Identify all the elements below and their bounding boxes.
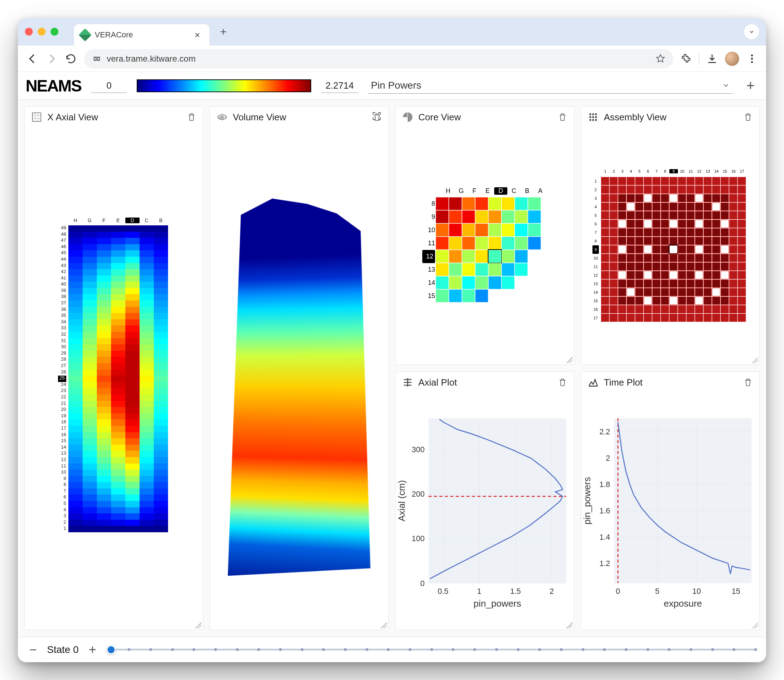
svg-text:pin_powers: pin_powers — [582, 477, 592, 525]
slider-ticks — [107, 648, 757, 651]
state-prev-button[interactable]: − — [27, 642, 39, 657]
bookmark-star-icon[interactable] — [655, 54, 666, 64]
window-close-button[interactable] — [25, 28, 33, 36]
forward-button[interactable] — [46, 53, 58, 65]
window-maximize-button[interactable] — [50, 28, 58, 36]
slider-thumb[interactable] — [107, 645, 116, 654]
remove-panel-button[interactable] — [743, 112, 753, 122]
colorbar[interactable] — [137, 79, 311, 92]
panel-header: Time Plot — [581, 372, 759, 393]
variable-select[interactable]: Pin Powers — [368, 78, 733, 94]
panel-header: X Axial View — [25, 107, 203, 128]
x-axial-body[interactable]: 4948474645444342414039383736353433323130… — [25, 128, 203, 630]
state-footer: − State 0 + — [18, 637, 766, 662]
panel-header: 3D Volume View — [210, 107, 389, 128]
svg-rect-37 — [614, 418, 752, 583]
svg-text:1.6: 1.6 — [599, 506, 610, 515]
remove-panel-button[interactable] — [557, 112, 568, 122]
reload-button[interactable] — [65, 53, 77, 65]
neams-logo: NEAMS — [26, 78, 81, 94]
svg-text:pin_powers: pin_powers — [474, 598, 521, 609]
svg-text:1: 1 — [477, 587, 481, 596]
variable-label: Pin Powers — [371, 80, 422, 91]
axial-plot-panel: Axial Plot 0.511.520100200300pin_powersA… — [395, 371, 574, 630]
volume-render[interactable] — [222, 185, 377, 586]
panel-title: Time Plot — [604, 377, 738, 388]
svg-point-14 — [589, 119, 591, 121]
svg-point-12 — [592, 116, 594, 118]
svg-text:100: 100 — [412, 534, 424, 543]
separator — [699, 53, 699, 65]
resize-grip[interactable] — [566, 622, 573, 628]
panel-header: Axial Plot — [395, 372, 574, 393]
assembly-body[interactable]: 1234567891011121314151617123456789101112… — [581, 128, 759, 365]
axial-icon — [31, 112, 43, 123]
app-header: NEAMS 0 2.2714 Pin Powers + — [18, 72, 766, 100]
state-slider[interactable] — [107, 644, 757, 656]
extensions-icon[interactable] — [680, 53, 692, 65]
svg-point-13 — [595, 116, 597, 118]
svg-text:2.2: 2.2 — [599, 427, 610, 436]
svg-text:15: 15 — [732, 587, 740, 596]
close-tab-icon[interactable]: × — [195, 30, 200, 41]
x-axial-panel: X Axial View 494847464544434241403938373… — [24, 106, 203, 630]
new-tab-button[interactable]: + — [214, 22, 233, 41]
volume-body[interactable] — [210, 128, 389, 630]
panel-title: Assembly View — [604, 112, 738, 123]
svg-text:1.8: 1.8 — [599, 480, 610, 489]
svg-text:2: 2 — [549, 587, 554, 596]
tab-title: VERACore — [95, 30, 133, 39]
state-label: State 0 — [47, 644, 79, 655]
fullscreen-button[interactable] — [372, 111, 382, 121]
resize-grip[interactable] — [566, 357, 573, 363]
resize-grip[interactable] — [381, 622, 387, 628]
browser-toolbar: vera.trame.kitware.com — [18, 46, 766, 72]
axial-plot-body[interactable]: 0.511.520100200300pin_powersAxial (cm) — [395, 393, 574, 630]
time-plot-body[interactable]: 0510151.21.41.61.822.2exposurepin_powers — [581, 393, 759, 630]
browser-window: VERACore × + vera.trame.kitware.com — [18, 18, 766, 662]
svg-point-3 — [751, 58, 753, 60]
resize-grip[interactable] — [752, 357, 758, 363]
resize-grip[interactable] — [195, 622, 202, 628]
resize-grip[interactable] — [752, 622, 758, 628]
svg-point-11 — [589, 116, 591, 118]
browser-menu-icon[interactable] — [746, 53, 758, 65]
tabs-dropdown-button[interactable] — [744, 24, 759, 39]
svg-text:2: 2 — [606, 453, 610, 463]
core-body[interactable]: HGFEDCBA89101112131415 — [395, 128, 574, 365]
svg-point-10 — [595, 113, 597, 115]
scalar-max-input[interactable]: 2.2714 — [321, 79, 358, 93]
remove-panel-button[interactable] — [557, 378, 568, 387]
svg-point-2 — [751, 55, 753, 56]
time-plot-panel: Time Plot 0510151.21.41.61.822.2exposure… — [581, 371, 760, 630]
axial-plot-icon — [402, 377, 413, 388]
browser-tab-strip: VERACore × + — [18, 18, 766, 46]
svg-point-9 — [592, 113, 594, 115]
assembly-icon — [587, 112, 599, 123]
add-view-button[interactable]: + — [743, 78, 758, 94]
state-next-button[interactable]: + — [87, 642, 99, 657]
svg-point-0 — [94, 57, 96, 60]
svg-rect-5 — [32, 113, 41, 121]
svg-point-1 — [97, 57, 100, 60]
address-bar[interactable]: vera.trame.kitware.com — [84, 49, 673, 68]
remove-panel-button[interactable] — [743, 378, 753, 387]
site-info-icon[interactable] — [92, 54, 102, 64]
remove-panel-button[interactable] — [187, 112, 197, 122]
downloads-icon[interactable] — [706, 53, 718, 65]
panel-title: Axial Plot — [418, 377, 553, 388]
svg-text:exposure: exposure — [664, 598, 702, 609]
volume-3d-icon: 3D — [216, 112, 228, 123]
window-minimize-button[interactable] — [38, 28, 46, 36]
traffic-lights — [25, 28, 58, 36]
profile-avatar[interactable] — [725, 52, 739, 66]
dropdown-caret-icon — [722, 82, 730, 89]
scalar-min-input[interactable]: 0 — [91, 79, 127, 93]
back-button[interactable] — [26, 53, 38, 65]
svg-text:300: 300 — [412, 445, 424, 454]
svg-text:5: 5 — [655, 587, 660, 596]
svg-text:1.5: 1.5 — [510, 587, 521, 596]
core-panel: Core View HGFEDCBA89101112131415 — [395, 106, 574, 365]
browser-tab[interactable]: VERACore × — [74, 24, 209, 46]
core-icon — [402, 112, 413, 123]
